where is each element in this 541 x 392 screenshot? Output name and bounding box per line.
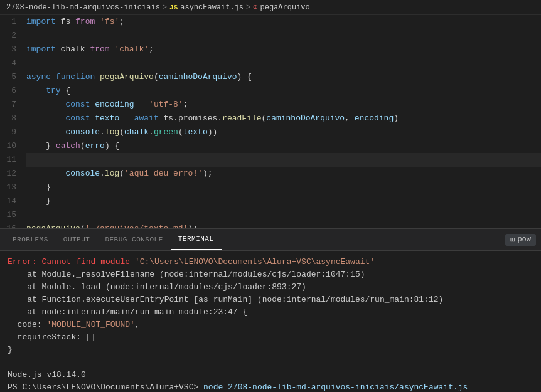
- line-numbers: 1 2 3 4 5 6 7 8 9 10 11 12 13 14 15 16: [0, 15, 24, 228]
- code-line: }: [26, 181, 541, 194]
- code-line: const encoding = 'utf-8';: [26, 98, 541, 112]
- terminal-line: at Module._resolveFilename (node:interna…: [8, 268, 533, 281]
- breadcrumb-sep1: >: [163, 3, 167, 12]
- tab-terminal[interactable]: TERMINAL: [171, 229, 222, 250]
- breadcrumb-func: pegaArquivo: [260, 3, 310, 12]
- terminal-line: code: 'MODULE_NOT_FOUND',: [8, 319, 533, 331]
- code-line: import fs from 'fs';: [26, 15, 541, 29]
- code-line: console.log('aqui deu erro!');: [26, 167, 541, 181]
- tab-debug-console[interactable]: DEBUG CONSOLE: [97, 229, 170, 250]
- terminal-line: at Module._load (node:internal/modules/c…: [8, 281, 533, 294]
- terminal-line: PS C:\Users\LENOVO\Documents\Alura+VSC> …: [8, 381, 533, 392]
- code-line: import chalk from 'chalk';: [26, 43, 541, 56]
- tab-output[interactable]: OUTPUT: [56, 229, 98, 250]
- code-line: } catch(erro) {: [26, 139, 541, 153]
- breadcrumb-sep2: >: [246, 3, 250, 12]
- terminal-line: }: [8, 344, 533, 356]
- panel-actions: ⊞ pow: [505, 234, 536, 246]
- tab-problems[interactable]: PROBLEMS: [5, 229, 56, 250]
- breadcrumb: 2708-node-lib-md-arquivos-iniciais > JS …: [0, 0, 541, 15]
- terminal-line: Error: Cannot find module 'C:\Users\LENO…: [8, 256, 533, 268]
- code-line-active: [26, 153, 541, 167]
- terminal-line: Node.js v18.14.0: [8, 369, 533, 381]
- terminal-line: [8, 356, 533, 369]
- func-icon: ⊙: [253, 3, 257, 12]
- code-line: try {: [26, 84, 541, 98]
- breadcrumb-folder: 2708-node-lib-md-arquivos-iniciais: [6, 3, 160, 12]
- editor: 1 2 3 4 5 6 7 8 9 10 11 12 13 14 15 16 i…: [0, 15, 541, 228]
- code-line: pegaArquivo('./arquivos/texto.md');: [26, 222, 541, 228]
- code-line: console.log(chalk.green(texto)): [26, 125, 541, 139]
- terminal-line: at Function.executeUserEntryPoint [as ru…: [8, 294, 533, 306]
- terminal-line: at node:internal/main/run_main_module:23…: [8, 306, 533, 319]
- panel-tabs: PROBLEMS OUTPUT DEBUG CONSOLE TERMINAL ⊞…: [0, 229, 541, 251]
- new-terminal-button[interactable]: ⊞ pow: [505, 234, 536, 246]
- js-icon: JS: [169, 4, 178, 11]
- breadcrumb-file[interactable]: asyncEawait.js: [180, 3, 244, 12]
- code-line: const texto = await fs.promises.readFile…: [26, 112, 541, 125]
- code-line: async function pegaArquivo(caminhoDoArqu…: [26, 70, 541, 84]
- terminal-content[interactable]: Error: Cannot find module 'C:\Users\LENO…: [0, 251, 541, 392]
- panel: PROBLEMS OUTPUT DEBUG CONSOLE TERMINAL ⊞…: [0, 228, 541, 392]
- terminal-label: pow: [517, 235, 531, 244]
- terminal-icon: ⊞: [510, 235, 515, 245]
- code-line: }: [26, 194, 541, 208]
- terminal-line: requireStack: []: [8, 331, 533, 344]
- code-line: [26, 56, 541, 70]
- code-line: [26, 208, 541, 222]
- code-area[interactable]: import fs from 'fs'; import chalk from '…: [24, 15, 541, 228]
- code-line: [26, 29, 541, 43]
